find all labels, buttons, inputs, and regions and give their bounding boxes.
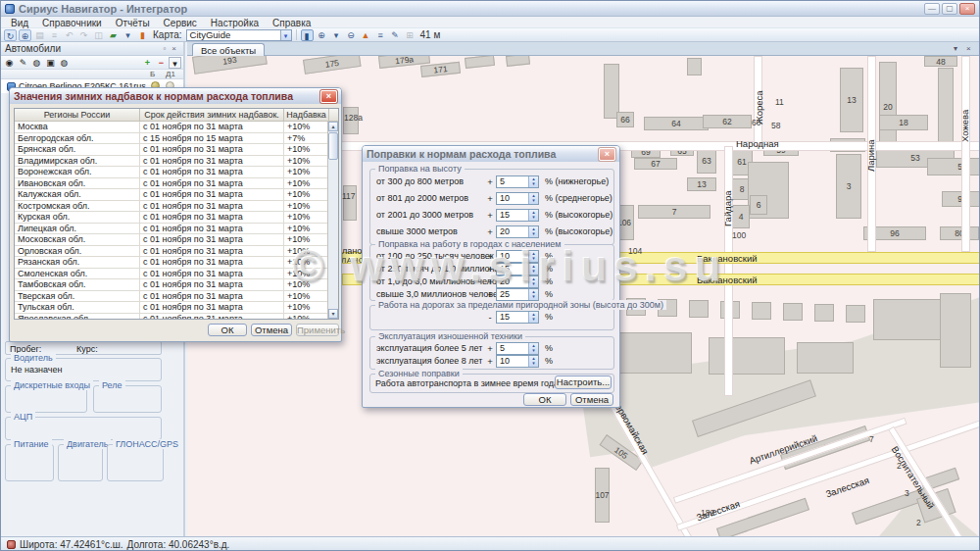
close-button[interactable]: × [959,3,975,15]
surcharge-cell[interactable]: +10% [284,224,329,234]
spinner-arrows-icon[interactable]: ▴▾ [528,226,538,237]
region-cell[interactable]: Липецкая обл. [15,224,140,234]
track-slider-icon[interactable]: ▮ [301,29,314,41]
region-cell[interactable]: Воронежская обл. [15,167,140,177]
menu-item[interactable]: Настройка [205,18,265,28]
layers-icon[interactable]: ≡ [48,29,61,41]
globe-green-icon[interactable]: ◍ [30,57,43,69]
undo-icon[interactable]: ↶ [63,29,75,41]
spinner-input[interactable]: 10▴▾ [496,355,539,368]
view-dropdown-icon[interactable]: ▾ [169,57,181,69]
surcharge-cell[interactable]: +10% [284,212,329,223]
add-vehicle-button[interactable]: + [141,57,154,69]
zoom-out-icon[interactable]: ⊖ [345,29,358,41]
surcharge-cell[interactable]: +10% [284,167,329,177]
region-cell[interactable]: Брянская обл. [15,144,140,155]
remove-vehicle-button[interactable]: − [155,57,168,69]
region-cell[interactable]: Костромская обл. [15,201,140,212]
fuel-ok-button[interactable]: ОК [523,393,566,406]
table-row[interactable]: Смоленская обл. с 01 ноября по 31 марта … [15,269,338,280]
spinner-value[interactable]: 15 [500,210,510,220]
col-period[interactable]: Срок действия зимних надбавок. [140,109,284,121]
surcharge-cell[interactable]: +10% [284,156,329,167]
spinner-value[interactable]: 10 [500,356,510,366]
refresh-icon[interactable]: ↻ [4,29,17,41]
spinner-input[interactable]: 20▴▾ [496,225,539,238]
period-cell[interactable]: с 01 ноября по 31 марта [140,279,284,290]
zoom-in-icon[interactable]: ⊕ [316,29,328,41]
grid-icon[interactable]: ◫ [92,29,105,41]
list-icon[interactable]: ≡ [374,29,387,41]
period-cell[interactable]: с 15 ноября по 15 марта [140,133,284,144]
region-cell[interactable]: Ивановская обл. [15,178,140,189]
driver-icon[interactable]: ◉ [3,57,16,69]
period-cell[interactable]: с 01 ноября по 31 марта [140,246,284,257]
vehicle-icon[interactable]: ▰ [107,29,120,41]
zoom-scale-dropdown-icon[interactable]: ▾ [330,29,343,41]
table-row[interactable]: Липецкая обл. с 01 ноября по 31 марта +1… [15,224,338,235]
period-cell[interactable]: с 01 ноября по 31 марта [140,291,284,302]
period-cell[interactable]: с 01 ноября по 31 марта [140,144,284,155]
period-cell[interactable]: с 01 ноября по 31 марта [140,314,284,321]
scroll-down-icon[interactable]: ▾ [328,309,338,319]
surcharge-cell[interactable]: +10% [284,201,329,212]
globe-blue-icon[interactable]: ◍ [58,57,71,69]
regions-table[interactable]: Регионы России Срок действия зимних надб… [14,108,339,320]
column-d1[interactable]: Д1 [166,70,175,78]
region-cell[interactable]: Смоленская обл. [15,269,140,279]
scrollbar-thumb[interactable] [328,132,338,160]
table-row[interactable]: Рязанская обл. с 01 ноября по 31 марта +… [15,257,338,269]
surcharge-cell[interactable]: +10% [284,189,329,200]
tab-all-objects[interactable]: Все объекты [192,43,265,56]
surcharge-cell[interactable]: +10% [284,178,329,189]
fuel-dialog-close-icon[interactable]: × [599,148,615,161]
surcharge-cell[interactable]: +10% [284,122,329,132]
configure-button[interactable]: Настроить... [555,376,612,389]
spinner-arrows-icon[interactable]: ▴▾ [528,210,538,221]
region-cell[interactable]: Рязанская обл. [15,257,140,268]
period-cell[interactable]: с 01 ноября по 31 марта [140,257,284,268]
spinner-input[interactable]: 5▴▾ [496,175,539,188]
spinner-arrows-icon[interactable]: ▴▾ [528,343,538,354]
table-row[interactable]: Костромская обл. с 01 ноября по 31 марта… [15,201,338,213]
surcharge-cell[interactable]: +10% [284,314,329,321]
region-cell[interactable]: Тульская обл. [15,302,140,313]
region-cell[interactable]: Тверская обл. [15,291,140,302]
minimize-button[interactable]: — [924,3,940,15]
spinner-input[interactable]: 10▴▾ [496,192,539,205]
spinner-input[interactable]: 15▴▾ [496,209,539,222]
period-cell[interactable]: с 01 ноября по 31 марта [140,234,284,245]
fuel-cancel-button[interactable]: Отмена [570,393,613,406]
fuel-dialog-titlebar[interactable]: Поправки к нормам расхода топлива × [363,146,619,162]
panel-close-icon[interactable]: × [169,44,179,53]
spinner-value[interactable]: 5 [500,343,505,353]
tab-menu-icon[interactable]: ▾ [954,44,957,53]
chart-icon[interactable]: ▮ [136,29,149,41]
table-row[interactable]: Курская обл. с 01 ноября по 31 марта +10… [15,212,338,224]
winter-dialog-titlebar[interactable]: Значения зимних надбавок к нормам расход… [10,88,341,104]
col-region[interactable]: Регионы России [15,109,140,121]
wrench-icon[interactable]: ✎ [17,57,29,69]
table-row[interactable]: Ярославская обл. с 01 ноября по 31 марта… [15,314,338,321]
surcharge-cell[interactable]: +10% [284,291,329,302]
winter-apply-button[interactable]: Применить [296,324,339,336]
tab-close-icon[interactable]: × [966,44,971,53]
checkbox-icon[interactable]: ⊞ [404,29,416,41]
edit-list-icon[interactable]: ▤ [33,29,46,41]
winter-cancel-button[interactable]: Отмена [251,324,292,336]
maximize-button[interactable]: ▢ [942,3,957,15]
table-row[interactable]: Москва с 01 ноября по 31 марта +10% [15,122,338,133]
table-row[interactable]: Тверская обл. с 01 ноября по 31 марта +1… [15,291,338,303]
spinner-value[interactable]: 20 [500,226,510,236]
winter-ok-button[interactable]: ОК [208,324,247,336]
period-cell[interactable]: с 01 ноября по 31 марта [140,269,284,279]
column-b[interactable]: Б [150,70,155,78]
home-icon[interactable]: ▲ [360,29,372,41]
menu-item[interactable]: Вид [5,18,34,28]
table-row[interactable]: Тульская обл. с 01 ноября по 31 марта +1… [15,302,338,314]
table-row[interactable]: Орловская обл. с 01 ноября по 31 марта +… [15,246,338,258]
region-cell[interactable]: Курская обл. [15,212,140,223]
table-row[interactable]: Брянская обл. с 01 ноября по 31 марта +1… [15,144,338,156]
period-cell[interactable]: с 01 ноября по 31 марта [140,201,284,212]
table-row[interactable]: Ивановская обл. с 01 ноября по 31 марта … [15,178,338,190]
